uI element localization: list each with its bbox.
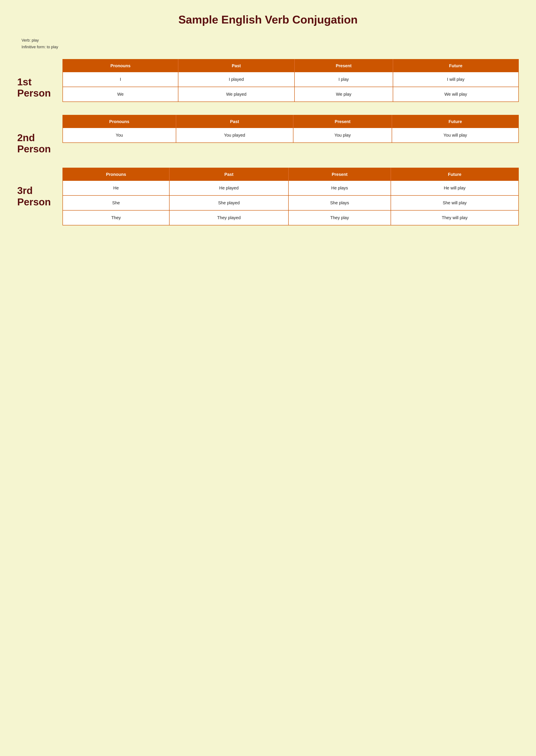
person-label-2: 2nd Person [17, 115, 56, 155]
table-cell-0-2: He plays [288, 181, 391, 195]
table-cell-0-2: I play [294, 72, 393, 87]
table-header-3: Future [393, 59, 519, 72]
table-cell-0-1: He played [169, 181, 288, 195]
conjugation-table-2: PronounsPastPresentFutureYouYou playedYo… [62, 115, 519, 143]
table-wrapper-1: PronounsPastPresentFutureII playedI play… [62, 59, 519, 102]
table-row: SheShe playedShe playsShe will play [63, 195, 519, 210]
table-cell-0-0: I [63, 72, 178, 87]
table-row: HeHe playedHe playsHe will play [63, 181, 519, 195]
conjugation-table-1: PronounsPastPresentFutureII playedI play… [62, 59, 519, 102]
table-header-2: Present [293, 115, 392, 128]
table-cell-1-3: We will play [393, 87, 519, 102]
conjugation-table-3: PronounsPastPresentFutureHeHe playedHe p… [62, 168, 519, 225]
table-cell-0-0: You [63, 128, 176, 143]
table-cell-0-0: He [63, 181, 169, 195]
person-label-3: 3rd Person [17, 168, 56, 208]
table-cell-2-1: They played [169, 210, 288, 225]
table-cell-1-3: She will play [391, 195, 519, 210]
table-header-0: Pronouns [63, 115, 176, 128]
table-cell-1-1: She played [169, 195, 288, 210]
table-header-0: Pronouns [63, 168, 169, 181]
table-cell-2-0: They [63, 210, 169, 225]
infinitive-form: Infinitive form: to play [21, 44, 519, 51]
table-row: TheyThey playedThey playThey will play [63, 210, 519, 225]
table-cell-0-3: He will play [391, 181, 519, 195]
table-cell-0-3: You will play [392, 128, 519, 143]
verb-name: Verb: play [21, 37, 519, 44]
table-cell-1-1: We played [178, 87, 294, 102]
table-row: YouYou playedYou playYou will play [63, 128, 519, 143]
section-3: 3rd PersonPronounsPastPresentFutureHeHe … [17, 168, 519, 225]
table-row: WeWe playedWe playWe will play [63, 87, 519, 102]
person-label-1: 1st Person [17, 59, 56, 99]
section-2: 2nd PersonPronounsPastPresentFutureYouYo… [17, 115, 519, 155]
table-cell-2-2: They play [288, 210, 391, 225]
table-header-0: Pronouns [63, 59, 178, 72]
table-cell-1-2: We play [294, 87, 393, 102]
table-cell-1-2: She plays [288, 195, 391, 210]
table-cell-2-3: They will play [391, 210, 519, 225]
table-cell-0-3: I will play [393, 72, 519, 87]
table-header-1: Past [169, 168, 288, 181]
table-cell-0-1: I played [178, 72, 294, 87]
table-header-3: Future [391, 168, 519, 181]
table-cell-0-2: You play [293, 128, 392, 143]
table-header-2: Present [294, 59, 393, 72]
table-header-2: Present [288, 168, 391, 181]
table-header-3: Future [392, 115, 519, 128]
table-cell-0-1: You played [176, 128, 293, 143]
table-cell-1-0: We [63, 87, 178, 102]
section-1: 1st PersonPronounsPastPresentFutureII pl… [17, 59, 519, 102]
verb-info: Verb: play Infinitive form: to play [21, 37, 519, 50]
table-header-1: Past [176, 115, 293, 128]
table-header-1: Past [178, 59, 294, 72]
table-row: II playedI playI will play [63, 72, 519, 87]
table-wrapper-3: PronounsPastPresentFutureHeHe playedHe p… [62, 168, 519, 225]
page-title: Sample English Verb Conjugation [17, 13, 519, 26]
table-wrapper-2: PronounsPastPresentFutureYouYou playedYo… [62, 115, 519, 143]
table-cell-1-0: She [63, 195, 169, 210]
